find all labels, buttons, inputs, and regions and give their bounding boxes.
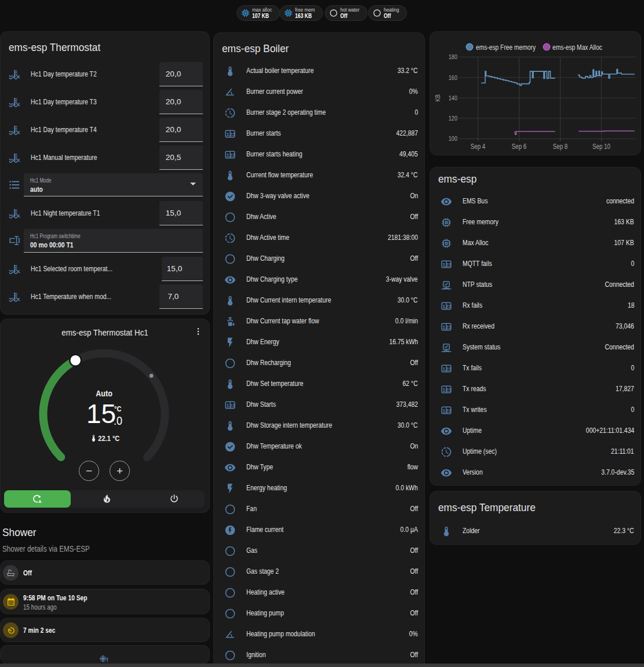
svg-text:Sep 6: Sep 6 <box>512 143 526 150</box>
svg-text:120: 120 <box>449 115 458 122</box>
svg-text:100: 100 <box>449 135 458 142</box>
svg-text:KB: KB <box>434 94 441 101</box>
svg-text:Sep 8: Sep 8 <box>553 143 567 150</box>
svg-text:Sep 10: Sep 10 <box>592 143 610 150</box>
svg-text:Sep 4: Sep 4 <box>471 143 485 150</box>
svg-text:ems-esp Free memory: ems-esp Free memory <box>476 43 536 51</box>
svg-text:160: 160 <box>449 74 458 81</box>
svg-text:ems-esp Max Alloc: ems-esp Max Alloc <box>552 43 602 51</box>
svg-text:180: 180 <box>449 53 458 60</box>
svg-text:140: 140 <box>449 94 458 101</box>
